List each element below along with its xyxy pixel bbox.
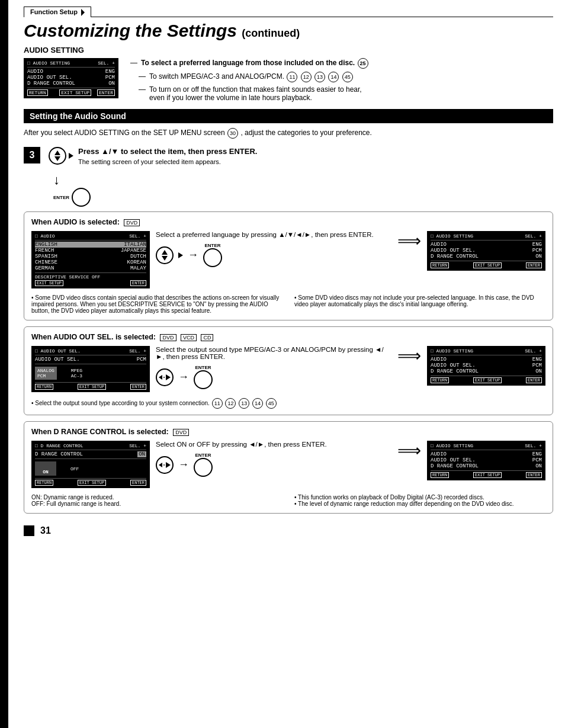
intro-text: After you select AUDIO SETTING on the SE…	[24, 128, 553, 139]
ctrl-right-drange-icon[interactable]	[166, 462, 171, 468]
bullet-3: To turn on or off the function that make…	[149, 85, 362, 102]
arrow-between-audio: ⟹	[397, 231, 421, 251]
ref-30: 30	[227, 128, 238, 139]
bullet-2: To switch MPEG/AC-3 and ANALOG/PCM. 11 1…	[149, 72, 354, 82]
enter-button-audio[interactable]	[203, 248, 222, 267]
ctrl-up-icon[interactable]	[162, 250, 168, 255]
arrow-between-out: ⟹	[397, 346, 421, 365]
when-audio-out-title: When AUDIO OUT SEL. is selected: DVD VCD…	[31, 333, 545, 341]
when-audio-section: When AUDIO is selected: DVD □ AUDIOSEL. …	[24, 211, 553, 320]
d-range-note-left: ON: Dynamic range is reduced. OFF: Full …	[31, 494, 282, 507]
enter-button-drange[interactable]	[194, 458, 213, 477]
dvd-badge-drange: DVD	[173, 429, 189, 436]
step-sub: The setting screen of your selected item…	[78, 158, 553, 165]
enter-label-drange: ENTER	[195, 453, 211, 458]
d-range-left-screen: □ D RANGE CONTROLSEL. + D RANGE CONTROLO…	[31, 441, 150, 490]
d-range-note-right: • This function works on playback of Dol…	[294, 494, 545, 507]
ref-45: 45	[342, 72, 353, 82]
step-instruction: Press ▲/▼ to select the item, then press…	[78, 147, 553, 156]
when-d-range-title: When D RANGE CONTROL is selected: DVD	[31, 428, 545, 436]
ctrl-down-icon[interactable]	[162, 256, 168, 261]
page-footer: 31	[24, 525, 553, 536]
d-range-mid-instruction: Select ON or OFF by pressing ◄/►, then p…	[156, 441, 391, 482]
audio-setting-screen: □ AUDIO SETTING SEL. + AUDIOENG AUDIO OU…	[24, 58, 118, 101]
bullet-1: To select a preferred language from thos…	[141, 58, 369, 69]
page-number: 31	[40, 525, 51, 536]
audio-out-note: • Select the output sound type according…	[31, 398, 545, 409]
audio-mid-instruction: Select a preferred language by pressing …	[156, 231, 391, 272]
d-range-right-screen: □ AUDIO SETTINGSEL. + AUDIOENG AUDIO OUT…	[427, 441, 545, 483]
arrow-between-drange: ⟹	[397, 441, 421, 460]
ctrl-right-icon[interactable]	[178, 252, 183, 258]
ctrl-circle-drange[interactable]	[156, 456, 174, 474]
when-audio-title: When AUDIO is selected: DVD	[31, 218, 545, 226]
cd-badge-out: CD	[201, 334, 213, 341]
when-d-range-section: When D RANGE CONTROL is selected: DVD □ …	[24, 421, 553, 514]
ctrl-circle-audio[interactable]	[156, 246, 174, 264]
arrow-to-enter-out: →	[178, 371, 189, 383]
audio-out-left-screen: □ AUDIO OUT SEL.SEL. + AUDIO OUT SEL.PCM…	[31, 346, 150, 395]
audio-note-left: • Some DVD video discs contain special a…	[31, 294, 282, 314]
enter-label-step: ENTER	[53, 195, 69, 200]
nav-up-icon[interactable]	[54, 150, 60, 155]
enter-label-audio: ENTER	[204, 243, 220, 248]
nav-inner-circle[interactable]	[49, 147, 66, 165]
dvd-badge-out: DVD	[160, 334, 176, 341]
ctrl-circle-out[interactable]	[156, 368, 174, 386]
audio-note-right: • Some DVD video discs may not include y…	[294, 294, 545, 314]
ctrl-right-out-icon[interactable]	[166, 374, 171, 380]
enter-button-out[interactable]	[194, 370, 213, 389]
down-arrow: ↓	[53, 174, 60, 187]
audio-sound-banner: Setting the Audio Sound	[24, 109, 553, 123]
arrow-to-enter-drange: →	[178, 458, 189, 471]
ref-13: 13	[314, 72, 325, 82]
d-range-instruction-text: Select ON or OFF by pressing ◄/►, then p…	[156, 441, 327, 448]
vcd-badge-out: VCD	[181, 334, 197, 341]
ctrl-left-out-icon[interactable]	[159, 375, 162, 380]
audio-out-mid-instruction: Select the output sound type MPEG/AC-3 o…	[156, 346, 391, 394]
function-setup-tab: Function Setup	[24, 7, 91, 17]
step-3-number: 3	[24, 147, 40, 163]
continued-label: (continued)	[242, 27, 300, 39]
nav-right-outer-icon[interactable]	[69, 153, 73, 159]
footer-square	[24, 525, 34, 536]
audio-right-screen: □ AUDIO SETTINGSEL. + AUDIOENG AUDIO OUT…	[427, 231, 545, 273]
main-title-text: Customizing the Settings	[24, 21, 237, 40]
ref-14: 14	[328, 72, 339, 82]
ref-12: 12	[301, 72, 312, 82]
nav-down-icon[interactable]	[54, 156, 60, 161]
main-title: Customizing the Settings (continued)	[24, 17, 553, 41]
ref-25: 25	[358, 58, 368, 69]
audio-setting-label: AUDIO SETTING	[24, 46, 553, 54]
ref-11: 11	[287, 72, 297, 82]
dvd-badge-audio: DVD	[124, 219, 140, 226]
audio-out-instruction-text: Select the output sound type MPEG/AC-3 o…	[156, 346, 384, 360]
ctrl-left-drange-icon[interactable]	[159, 463, 162, 467]
left-bar	[0, 0, 8, 728]
audio-instruction-text: Select a preferred language by pressing …	[156, 231, 391, 238]
enter-label-out: ENTER	[195, 365, 211, 370]
enter-button-step[interactable]	[72, 188, 91, 207]
arrow-to-enter: →	[188, 249, 198, 261]
audio-left-screen: □ AUDIOSEL. + ENGLISHITALIAN FRENCHJAPAN…	[31, 231, 150, 291]
when-audio-out-section: When AUDIO OUT SEL. is selected: DVD VCD…	[24, 326, 553, 415]
audio-out-right-screen: □ AUDIO SETTINGSEL. + AUDIOENG AUDIO OUT…	[427, 346, 545, 388]
